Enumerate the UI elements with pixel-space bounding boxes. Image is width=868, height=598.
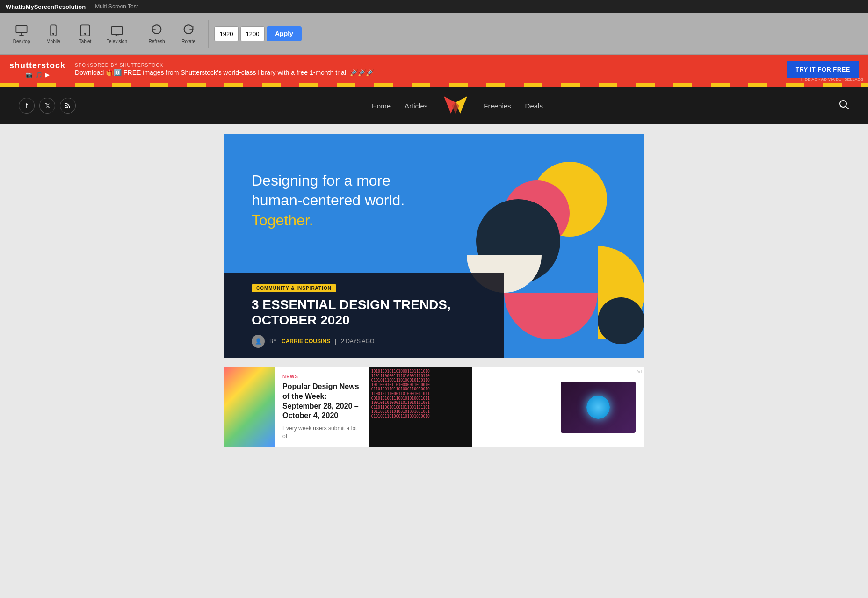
article-tag-1: NEWS — [282, 374, 362, 379]
site-header: f 𝕏 Home Articles Freebies — [0, 87, 868, 124]
desktop-button[interactable]: Desktop — [7, 21, 36, 47]
hero-separator: | — [335, 338, 336, 345]
hero-headline: Designing for a more human-centered worl… — [252, 171, 429, 210]
svg-line-13 — [846, 106, 849, 109]
music-icon: 🎵 — [36, 72, 43, 78]
refresh-icon — [150, 24, 163, 37]
toolbar: Desktop Mobile Tablet Television Refresh — [0, 13, 868, 55]
article-body-1: NEWS Popular Design News of the Week: Se… — [275, 367, 369, 447]
article-card-1[interactable]: NEWS Popular Design News of the Week: Se… — [224, 367, 369, 447]
hero-author-avatar: 👤 — [252, 335, 265, 348]
video-icon: ▶ — [45, 72, 50, 78]
television-button[interactable]: Television — [103, 21, 131, 47]
ad-cta-button[interactable]: TRY IT FOR FREE — [787, 61, 859, 78]
ad-label: Ad — [637, 369, 642, 374]
sponsored-label: SPONSORED BY SHUTTERSTOCK — [75, 63, 787, 68]
hero-overlay: COMMUNITY & INSPIRATION 3 ESSENTIAL DESI… — [224, 273, 504, 358]
refresh-button[interactable]: Refresh — [143, 21, 171, 47]
social-links: f 𝕏 — [19, 98, 76, 114]
by-label: BY — [269, 338, 277, 345]
ad-text: Download 🎁0️⃣ FREE images from Shutterst… — [75, 69, 787, 76]
binary-img: 10101001011010001101101010 1101110000111… — [369, 367, 472, 447]
hero-category-badge: COMMUNITY & INSPIRATION — [252, 284, 336, 292]
shutterstock-logo: shutterstock 📷 🎵 ▶ — [9, 61, 65, 78]
site-logo[interactable] — [441, 94, 470, 117]
hero-section[interactable]: Designing for a more human-centered worl… — [224, 134, 644, 358]
shape-navy-circle — [598, 297, 644, 344]
article-card-2[interactable]: 10101001011010001101101010 1101110000111… — [369, 367, 551, 447]
hero-author-name: CARRIE COUSINS — [282, 338, 330, 345]
hero-subheadline: Together. — [252, 212, 429, 229]
ad-orb — [586, 396, 610, 419]
height-input[interactable] — [240, 26, 265, 41]
width-input[interactable] — [214, 26, 239, 41]
facebook-link[interactable]: f — [19, 98, 35, 114]
mobile-icon — [47, 24, 60, 37]
decorative-stripe — [0, 83, 868, 87]
rotate-icon — [182, 24, 195, 37]
rss-icon — [65, 102, 71, 109]
nav-articles[interactable]: Articles — [405, 102, 427, 110]
search-button[interactable] — [839, 100, 849, 112]
svg-point-6 — [85, 33, 86, 34]
ad-card: Ad — [551, 367, 644, 447]
nav-freebies[interactable]: Freebies — [484, 102, 511, 110]
nav-deals[interactable]: Deals — [525, 102, 543, 110]
app-title: WhatIsMyScreenResolution — [6, 3, 86, 10]
svg-point-4 — [53, 33, 54, 34]
hero-time: 2 DAYS AGO — [341, 338, 374, 345]
logo-icons: 📷 🎵 ▶ — [26, 72, 50, 78]
article-body-2 — [472, 367, 551, 447]
hero-article-title: 3 ESSENTIAL DESIGN TRENDS, OCTOBER 2020 — [252, 297, 490, 328]
hide-ad-label: HIDE AD • AD VIA BUYSELLADS — [801, 77, 863, 82]
hero-text: Designing for a more human-centered worl… — [252, 171, 429, 229]
logo-text: shutterstock — [9, 61, 65, 71]
article-image-1 — [224, 367, 275, 447]
svg-rect-7 — [111, 26, 122, 34]
hero-meta: 👤 BY CARRIE COUSINS | 2 DAYS AGO — [252, 335, 490, 348]
articles-row: NEWS Popular Design News of the Week: Se… — [224, 367, 644, 447]
logo-svg — [441, 94, 470, 117]
shape-pink-half — [504, 293, 598, 339]
colorful-img — [224, 367, 275, 447]
top-bar: WhatIsMyScreenResolution Multi Screen Te… — [0, 0, 868, 13]
article-excerpt-1: Every week users submit a lot of — [282, 425, 362, 440]
svg-point-10 — [65, 107, 67, 108]
dimension-inputs: Apply — [214, 26, 302, 41]
article-image-2: 10101001011010001101101010 1101110000111… — [369, 367, 472, 447]
apply-button[interactable]: Apply — [267, 26, 302, 41]
nav-home[interactable]: Home — [372, 102, 391, 110]
article-title-1: Popular Design News of the Week: Septemb… — [282, 382, 362, 421]
ad-content: SPONSORED BY SHUTTERSTOCK Download 🎁0️⃣ … — [75, 63, 787, 76]
television-icon — [110, 24, 123, 37]
app-subtitle: Multi Screen Test — [95, 3, 138, 10]
ad-image — [561, 382, 636, 433]
rss-link[interactable] — [60, 98, 76, 114]
tablet-button[interactable]: Tablet — [71, 21, 99, 47]
twitter-link[interactable]: 𝕏 — [39, 98, 55, 114]
main-nav: Home Articles Freebies Deals — [90, 94, 825, 117]
main-content: Designing for a more human-centered worl… — [0, 124, 868, 456]
tablet-icon — [79, 24, 92, 37]
desktop-icon — [15, 24, 28, 37]
toolbar-divider — [137, 20, 137, 48]
search-icon — [839, 100, 849, 110]
svg-rect-0 — [16, 25, 27, 32]
mobile-button[interactable]: Mobile — [39, 21, 67, 47]
ad-banner: shutterstock 📷 🎵 ▶ SPONSORED BY SHUTTERS… — [0, 55, 868, 83]
toolbar-divider-2 — [208, 20, 209, 48]
camera-icon: 📷 — [26, 72, 33, 78]
rotate-button[interactable]: Rotate — [174, 21, 203, 47]
